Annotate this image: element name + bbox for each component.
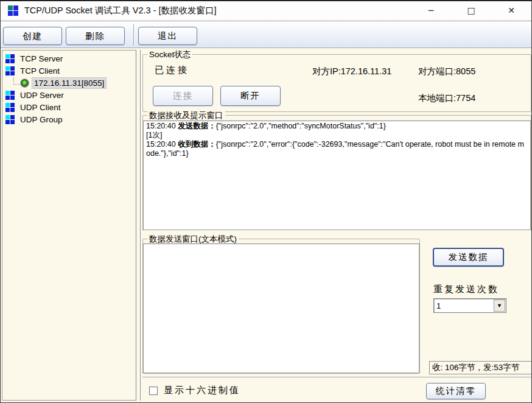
log-line: [1次]: [146, 131, 528, 140]
socket-status-group-title: Socket状态: [147, 49, 192, 60]
chevron-down-icon[interactable]: ▼: [494, 300, 505, 312]
send-data-button[interactable]: 发送数据: [433, 248, 504, 267]
tree-item-label: UDP Group: [18, 114, 65, 125]
log-line: 15:20:40 发送数据：{"jsonrpc":"2.0","method":…: [146, 122, 528, 131]
delete-button[interactable]: 删除: [66, 27, 125, 45]
repeat-count-combobox[interactable]: 1 ▼: [433, 298, 506, 313]
socket-type-icon: [5, 54, 15, 63]
socket-tree[interactable]: TCP ServerTCP Client172.16.11.31[8055]UD…: [2, 50, 136, 401]
peer-port-label: 对方端口:8055: [418, 66, 475, 77]
tree-item[interactable]: UDP Group: [2, 113, 136, 125]
tree-item-label: TCP Server: [18, 54, 65, 64]
tree-item-label: UDP Client: [18, 102, 63, 113]
window-titlebar: TCP/UDP Socket 调试工具 V2.3 - [数据收发窗口] ─ □ …: [1, 1, 531, 19]
hex-display-checkbox[interactable]: [149, 387, 158, 395]
socket-status-group: Socket状态 已连接 对方IP:172.16.11.31 对方端口:8055…: [142, 54, 531, 112]
toolbar: 创建 删除 退出: [1, 21, 531, 48]
hex-display-label: 显示十六进制值: [164, 385, 240, 396]
send-textarea[interactable]: [143, 244, 419, 373]
toolbar-divider: [133, 24, 135, 46]
tree-connector: [13, 77, 19, 85]
socket-type-icon: [5, 91, 15, 100]
tree-item[interactable]: UDP Server: [2, 89, 136, 101]
minimize-button[interactable]: ─: [411, 1, 451, 19]
socket-type-icon: [5, 66, 15, 75]
window-title: TCP/UDP Socket 调试工具 V2.3 - [数据收发窗口]: [24, 5, 217, 16]
tree-item-label: UDP Server: [18, 90, 66, 100]
app-icon: [8, 5, 18, 16]
tree-item[interactable]: TCP Client: [2, 65, 136, 77]
connection-status-text: 已连接: [155, 65, 189, 76]
tree-item[interactable]: TCP Server: [2, 52, 136, 65]
socket-type-icon: [5, 103, 15, 112]
exit-button[interactable]: 退出: [138, 27, 197, 45]
disconnect-button[interactable]: 断开: [220, 86, 281, 106]
bottom-divider: [142, 377, 531, 378]
close-button[interactable]: ✕: [491, 1, 531, 19]
tree-item-label: 172.16.11.31[8055]: [32, 78, 106, 88]
log-line: 15:20:40 收到数据：{"jsonrpc":"2.0","error":{…: [146, 140, 528, 158]
repeat-count-value: 1: [434, 301, 494, 310]
tree-item[interactable]: UDP Client: [2, 101, 136, 113]
peer-ip-label: 对方IP:172.16.11.31: [312, 66, 391, 77]
receive-log[interactable]: 15:20:40 发送数据：{"jsonrpc":"2.0","method":…: [143, 121, 531, 230]
panel-separator: [140, 50, 141, 401]
connect-button[interactable]: 连接: [153, 86, 213, 106]
receive-group: 数据接收及提示窗口 15:20:40 发送数据：{"jsonrpc":"2.0"…: [142, 115, 531, 231]
tree-item-label: TCP Client: [18, 66, 61, 76]
byte-stats-text: 收: 106字节，发:53字节: [429, 361, 532, 374]
receive-group-title: 数据接收及提示窗口: [147, 110, 225, 121]
clear-stats-button[interactable]: 统计清零: [426, 383, 486, 399]
local-port-label: 本地端口:7754: [418, 93, 475, 104]
repeat-count-label: 重复发送次数: [433, 284, 499, 295]
tree-item[interactable]: 172.16.11.31[8055]: [2, 77, 136, 89]
connection-led-icon: [21, 79, 29, 87]
maximize-button[interactable]: □: [451, 1, 491, 19]
send-group: 数据发送窗口(文本模式): [142, 239, 420, 374]
create-button[interactable]: 创建: [3, 27, 62, 45]
socket-type-icon: [5, 115, 15, 124]
